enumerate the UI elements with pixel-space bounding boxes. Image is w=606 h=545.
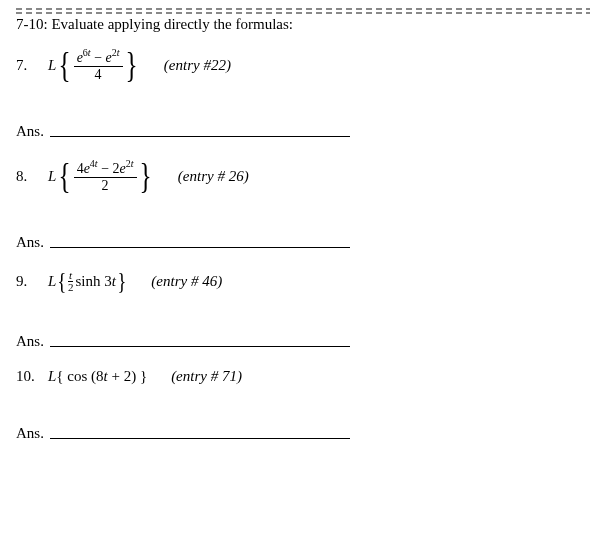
entry-ref: (entry # 26) (178, 168, 249, 185)
answer-label: Ans. (16, 123, 44, 140)
fraction: e6t − e2t 4 (74, 47, 123, 83)
small-fraction: t 2 (68, 270, 74, 293)
laplace-operator: L (48, 368, 56, 385)
problem-8: 8. L { 4e4t − 2e2t 2 } (entry # 26) (16, 158, 590, 194)
problem-expression: L { cos (8t + 2) } (48, 368, 147, 385)
answer-line (50, 438, 350, 439)
answer-line (50, 136, 350, 137)
laplace-operator: L (48, 273, 56, 290)
left-brace: { (59, 47, 71, 83)
problem-expression: L { 4e4t − 2e2t 2 } (48, 158, 154, 194)
numerator: 4e4t − 2e2t (74, 158, 137, 177)
problem-number: 7. (16, 57, 38, 74)
answer-row-8: Ans. (16, 234, 590, 251)
problem-number: 8. (16, 168, 38, 185)
numerator: t (69, 270, 72, 281)
denominator: 2 (68, 282, 74, 293)
answer-label: Ans. (16, 234, 44, 251)
problem-expression: L { t 2 sinh 3t } (48, 269, 127, 293)
top-border-rule (16, 8, 590, 14)
answer-label: Ans. (16, 425, 44, 442)
answer-line (50, 346, 350, 347)
problem-number: 10. (16, 368, 38, 385)
answer-row-7: Ans. (16, 123, 590, 140)
left-brace: { (59, 158, 71, 194)
problem-9: 9. L { t 2 sinh 3t } (entry # 46) (16, 269, 590, 293)
sinh-term: sinh 3t (75, 273, 115, 290)
numerator: e6t − e2t (74, 47, 123, 66)
laplace-operator: L (48, 168, 56, 185)
entry-ref: (entry #22) (164, 57, 231, 74)
denominator: 2 (99, 178, 112, 194)
problem-10: 10. L { cos (8t + 2) } (entry # 71) (16, 368, 590, 385)
right-brace: } (139, 158, 151, 194)
answer-line (50, 247, 350, 248)
left-brace: { (57, 269, 66, 293)
entry-ref: (entry # 71) (171, 368, 242, 385)
cos-expr: { cos (8t + 2) } (56, 368, 147, 385)
fraction: 4e4t − 2e2t 2 (74, 158, 137, 194)
denominator: 4 (92, 67, 105, 83)
answer-label: Ans. (16, 333, 44, 350)
answer-row-9: Ans. (16, 333, 590, 350)
problem-7: 7. L { e6t − e2t 4 } (entry #22) (16, 47, 590, 83)
right-brace: } (117, 269, 126, 293)
problem-expression: L { e6t − e2t 4 } (48, 47, 140, 83)
entry-ref: (entry # 46) (151, 273, 222, 290)
right-brace: } (125, 47, 137, 83)
section-heading: 7-10: Evaluate applying directly the for… (16, 16, 590, 33)
problem-number: 9. (16, 273, 38, 290)
answer-row-10: Ans. (16, 425, 590, 442)
laplace-operator: L (48, 57, 56, 74)
